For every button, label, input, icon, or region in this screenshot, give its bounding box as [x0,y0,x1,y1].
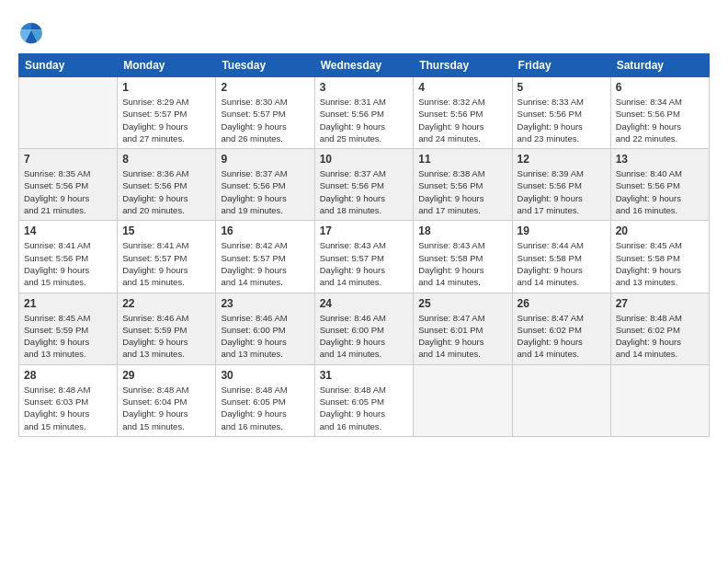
day-number: 5 [518,81,606,94]
calendar-day-cell: 26Sunrise: 8:47 AMSunset: 6:02 PMDayligh… [512,293,610,364]
page: SundayMondayTuesdayWednesdayThursdayFrid… [0,0,728,563]
calendar-day-cell: 29Sunrise: 8:48 AMSunset: 6:04 PMDayligh… [118,364,216,436]
calendar-week-row: 28Sunrise: 8:48 AMSunset: 6:03 PMDayligh… [19,364,710,436]
day-info: Sunrise: 8:31 AMSunset: 5:56 PMDaylight:… [320,96,409,144]
day-info: Sunrise: 8:48 AMSunset: 6:02 PMDaylight:… [616,312,704,361]
day-info: Sunrise: 8:38 AMSunset: 5:56 PMDaylight:… [418,167,506,216]
day-number: 28 [24,369,112,382]
day-number: 3 [320,81,409,94]
day-info: Sunrise: 8:46 AMSunset: 6:00 PMDaylight:… [320,312,409,361]
calendar-week-row: 1Sunrise: 8:29 AMSunset: 5:57 PMDaylight… [19,77,710,149]
day-number: 14 [24,224,112,237]
day-number: 11 [418,153,506,166]
day-info: Sunrise: 8:43 AMSunset: 5:58 PMDaylight:… [418,239,506,288]
calendar-day-cell: 7Sunrise: 8:35 AMSunset: 5:56 PMDaylight… [19,149,118,221]
day-info: Sunrise: 8:48 AMSunset: 6:05 PMDaylight:… [320,384,409,432]
day-info: Sunrise: 8:45 AMSunset: 5:59 PMDaylight:… [24,312,112,361]
day-number: 20 [616,224,704,237]
calendar-day-cell: 6Sunrise: 8:34 AMSunset: 5:56 PMDaylight… [610,77,709,149]
day-info: Sunrise: 8:39 AMSunset: 5:56 PMDaylight:… [518,167,606,216]
day-number: 24 [320,297,409,310]
calendar-header-saturday: Saturday [610,54,709,77]
day-number: 19 [518,224,606,237]
logo-icon [18,18,44,44]
calendar-header-thursday: Thursday [414,54,512,77]
day-number: 23 [221,297,309,310]
calendar-day-cell: 2Sunrise: 8:30 AMSunset: 5:57 PMDaylight… [216,77,314,149]
day-info: Sunrise: 8:33 AMSunset: 5:56 PMDaylight:… [518,96,606,144]
day-info: Sunrise: 8:43 AMSunset: 5:57 PMDaylight:… [320,239,409,288]
calendar-day-cell: 13Sunrise: 8:40 AMSunset: 5:56 PMDayligh… [610,149,709,221]
day-info: Sunrise: 8:34 AMSunset: 5:56 PMDaylight:… [616,96,704,144]
calendar-day-cell: 20Sunrise: 8:45 AMSunset: 5:58 PMDayligh… [610,221,709,293]
day-info: Sunrise: 8:37 AMSunset: 5:56 PMDaylight:… [320,167,409,216]
day-info: Sunrise: 8:46 AMSunset: 6:00 PMDaylight:… [221,312,309,361]
calendar-day-cell: 5Sunrise: 8:33 AMSunset: 5:56 PMDaylight… [512,77,610,149]
logo [18,18,46,44]
day-number: 30 [221,369,309,382]
calendar-week-row: 7Sunrise: 8:35 AMSunset: 5:56 PMDaylight… [19,149,710,221]
day-info: Sunrise: 8:48 AMSunset: 6:05 PMDaylight:… [221,384,309,432]
day-info: Sunrise: 8:48 AMSunset: 6:03 PMDaylight:… [24,384,112,432]
day-number: 27 [616,297,704,310]
calendar-day-cell [610,364,709,436]
day-info: Sunrise: 8:37 AMSunset: 5:56 PMDaylight:… [221,167,309,216]
day-info: Sunrise: 8:46 AMSunset: 5:59 PMDaylight:… [122,312,210,361]
calendar-header-monday: Monday [118,54,216,77]
calendar-day-cell: 21Sunrise: 8:45 AMSunset: 5:59 PMDayligh… [19,293,118,364]
day-number: 29 [122,369,210,382]
calendar-day-cell: 18Sunrise: 8:43 AMSunset: 5:58 PMDayligh… [414,221,512,293]
calendar-day-cell: 28Sunrise: 8:48 AMSunset: 6:03 PMDayligh… [19,364,118,436]
day-number: 22 [122,297,210,310]
calendar: SundayMondayTuesdayWednesdayThursdayFrid… [18,53,710,437]
day-number: 7 [24,153,112,166]
day-info: Sunrise: 8:48 AMSunset: 6:04 PMDaylight:… [122,384,210,432]
day-number: 12 [518,153,606,166]
day-info: Sunrise: 8:41 AMSunset: 5:56 PMDaylight:… [24,239,112,288]
day-number: 21 [24,297,112,310]
calendar-day-cell: 1Sunrise: 8:29 AMSunset: 5:57 PMDaylight… [118,77,216,149]
calendar-header-row: SundayMondayTuesdayWednesdayThursdayFrid… [19,54,710,77]
day-info: Sunrise: 8:29 AMSunset: 5:57 PMDaylight:… [122,96,210,144]
calendar-day-cell: 25Sunrise: 8:47 AMSunset: 6:01 PMDayligh… [414,293,512,364]
calendar-day-cell: 14Sunrise: 8:41 AMSunset: 5:56 PMDayligh… [19,221,118,293]
day-info: Sunrise: 8:44 AMSunset: 5:58 PMDaylight:… [518,239,606,288]
day-info: Sunrise: 8:36 AMSunset: 5:56 PMDaylight:… [122,167,210,216]
calendar-day-cell [19,77,118,149]
calendar-day-cell: 17Sunrise: 8:43 AMSunset: 5:57 PMDayligh… [314,221,414,293]
calendar-day-cell: 24Sunrise: 8:46 AMSunset: 6:00 PMDayligh… [314,293,414,364]
day-info: Sunrise: 8:35 AMSunset: 5:56 PMDaylight:… [24,167,112,216]
day-number: 4 [418,81,506,94]
calendar-day-cell: 4Sunrise: 8:32 AMSunset: 5:56 PMDaylight… [414,77,512,149]
day-number: 31 [320,369,409,382]
day-number: 9 [221,153,309,166]
calendar-day-cell: 19Sunrise: 8:44 AMSunset: 5:58 PMDayligh… [512,221,610,293]
day-number: 18 [418,224,506,237]
day-number: 26 [518,297,606,310]
day-number: 25 [418,297,506,310]
calendar-day-cell [512,364,610,436]
calendar-day-cell: 16Sunrise: 8:42 AMSunset: 5:57 PMDayligh… [216,221,314,293]
calendar-day-cell: 27Sunrise: 8:48 AMSunset: 6:02 PMDayligh… [610,293,709,364]
calendar-day-cell: 22Sunrise: 8:46 AMSunset: 5:59 PMDayligh… [118,293,216,364]
day-info: Sunrise: 8:32 AMSunset: 5:56 PMDaylight:… [418,96,506,144]
calendar-header-friday: Friday [512,54,610,77]
day-number: 1 [122,81,210,94]
calendar-day-cell [414,364,512,436]
day-info: Sunrise: 8:42 AMSunset: 5:57 PMDaylight:… [221,239,309,288]
calendar-day-cell: 9Sunrise: 8:37 AMSunset: 5:56 PMDaylight… [216,149,314,221]
day-number: 15 [122,224,210,237]
calendar-day-cell: 3Sunrise: 8:31 AMSunset: 5:56 PMDaylight… [314,77,414,149]
calendar-day-cell: 11Sunrise: 8:38 AMSunset: 5:56 PMDayligh… [414,149,512,221]
calendar-day-cell: 12Sunrise: 8:39 AMSunset: 5:56 PMDayligh… [512,149,610,221]
day-number: 13 [616,153,704,166]
calendar-header-sunday: Sunday [19,54,118,77]
day-info: Sunrise: 8:47 AMSunset: 6:02 PMDaylight:… [518,312,606,361]
calendar-day-cell: 8Sunrise: 8:36 AMSunset: 5:56 PMDaylight… [118,149,216,221]
day-info: Sunrise: 8:30 AMSunset: 5:57 PMDaylight:… [221,96,309,144]
calendar-week-row: 21Sunrise: 8:45 AMSunset: 5:59 PMDayligh… [19,293,710,364]
header [18,18,710,44]
day-info: Sunrise: 8:47 AMSunset: 6:01 PMDaylight:… [418,312,506,361]
calendar-day-cell: 15Sunrise: 8:41 AMSunset: 5:57 PMDayligh… [118,221,216,293]
day-info: Sunrise: 8:41 AMSunset: 5:57 PMDaylight:… [122,239,210,288]
